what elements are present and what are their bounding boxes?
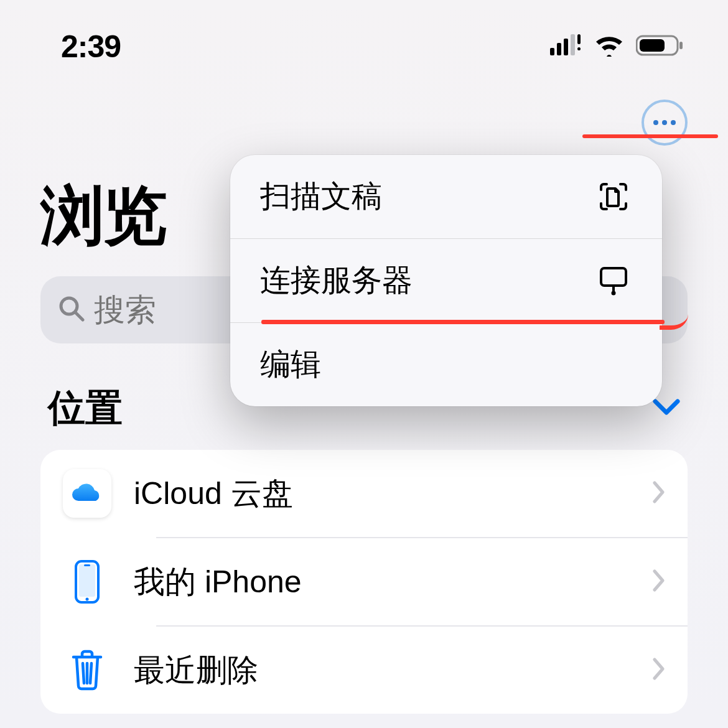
svg-rect-13 [84, 564, 90, 566]
wifi-icon [594, 34, 625, 59]
menu-item-connect-server[interactable]: 连接服务器 [230, 239, 662, 323]
svg-line-15 [83, 663, 84, 683]
chevron-right-icon [653, 569, 665, 594]
battery-icon [636, 34, 684, 59]
svg-rect-18 [601, 268, 626, 286]
svg-rect-12 [79, 564, 95, 597]
trash-icon [63, 646, 111, 694]
status-bar: 2:39 [0, 0, 728, 68]
more-button[interactable] [642, 100, 688, 146]
svg-rect-2 [564, 39, 568, 55]
more-menu: 扫描文稿 连接服务器 编辑 [230, 155, 662, 406]
menu-item-edit[interactable]: 编辑 [230, 323, 662, 406]
iphone-icon [63, 558, 111, 606]
doc-scan-icon [596, 181, 631, 212]
locations-list: iCloud 云盘 我的 iPhone 最近删除 [40, 450, 688, 714]
status-time: 2:39 [61, 29, 121, 65]
menu-item-label: 扫描文稿 [260, 176, 382, 217]
svg-rect-1 [557, 43, 561, 55]
svg-line-17 [90, 663, 91, 683]
server-connect-icon [596, 264, 631, 297]
svg-rect-5 [577, 34, 581, 44]
svg-rect-0 [550, 48, 554, 55]
status-indicators [550, 34, 684, 59]
svg-point-20 [612, 291, 616, 296]
svg-rect-8 [679, 42, 683, 49]
svg-line-10 [75, 312, 83, 320]
svg-rect-4 [577, 47, 581, 50]
ellipsis-icon [653, 120, 658, 125]
icloud-icon [63, 469, 111, 518]
search-icon [58, 295, 85, 325]
list-item-label: iCloud 云盘 [134, 473, 630, 515]
location-item-recently-deleted[interactable]: 最近删除 [40, 627, 688, 714]
list-item-label: 最近删除 [134, 650, 630, 691]
annotation-underline-more [582, 134, 718, 138]
svg-rect-7 [640, 39, 665, 52]
menu-item-label: 连接服务器 [260, 260, 413, 301]
chevron-down-icon [653, 399, 680, 419]
locations-title: 位置 [48, 383, 123, 434]
chevron-right-icon [653, 481, 665, 506]
menu-item-scan-documents[interactable]: 扫描文稿 [230, 155, 662, 239]
chevron-right-icon [653, 658, 665, 683]
list-item-label: 我的 iPhone [134, 561, 630, 603]
cellular-icon [550, 34, 582, 59]
svg-point-14 [86, 598, 89, 601]
location-item-icloud[interactable]: iCloud 云盘 [40, 450, 688, 537]
svg-rect-3 [571, 34, 575, 55]
menu-item-label: 编辑 [260, 344, 321, 385]
location-item-iphone[interactable]: 我的 iPhone [40, 538, 688, 625]
